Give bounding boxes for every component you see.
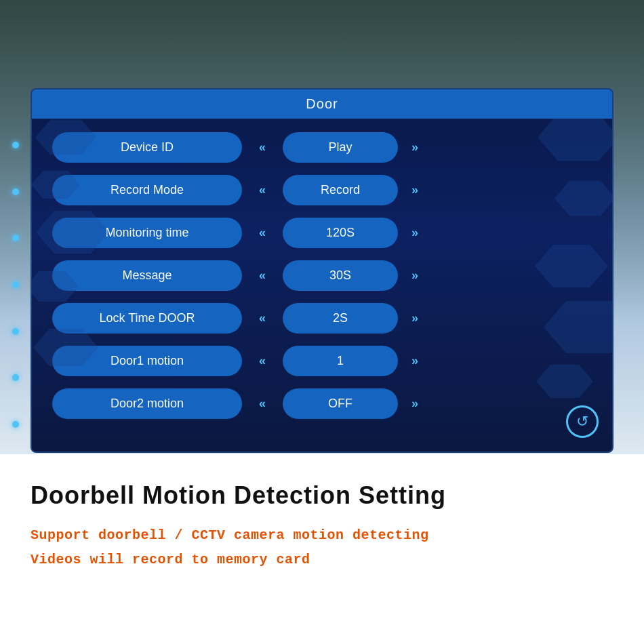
device-id-label[interactable]: Device ID	[52, 132, 242, 163]
setting-row-message: Message « 30S »	[52, 260, 592, 291]
message-label[interactable]: Message	[52, 260, 242, 291]
door1-motion-value[interactable]: 1	[283, 346, 398, 376]
right-chevron-6: »	[398, 397, 432, 411]
setting-row-device-id: Device ID « Play »	[52, 132, 592, 163]
panel-title: Door	[306, 96, 338, 111]
left-chevron-3: «	[242, 268, 283, 283]
refresh-icon: ↺	[576, 413, 588, 430]
left-chevron-4: «	[242, 311, 283, 325]
refresh-button[interactable]: ↺	[566, 405, 599, 438]
glow-dot	[12, 235, 19, 241]
monitoring-time-value[interactable]: 120S	[283, 218, 398, 248]
subtitle-line2: Videos will record to memory card	[31, 548, 613, 572]
main-panel: Door Device ID « Play »	[31, 88, 613, 453]
setting-row-record-mode: Record Mode « Record »	[52, 175, 592, 205]
glow-dot	[12, 421, 19, 428]
panel-wrapper: Door Device ID « Play »	[31, 88, 613, 453]
glow-dot	[12, 142, 19, 148]
subtitle-text: Support doorbell / CCTV camera motion de…	[31, 523, 613, 572]
message-value[interactable]: 30S	[283, 260, 398, 291]
left-chevron-1: «	[242, 183, 283, 197]
right-chevron-1: »	[398, 183, 432, 197]
setting-row-monitoring: Monitoring time « 120S »	[52, 218, 592, 248]
device-id-value[interactable]: Play	[283, 132, 398, 163]
lock-time-door-label[interactable]: Lock Time DOOR	[52, 303, 242, 334]
right-chevron-0: »	[398, 140, 432, 155]
setting-row-door2-motion: Door2 motion « OFF »	[52, 388, 592, 419]
glow-dot	[12, 328, 19, 335]
main-title: Doorbell Motion Detection Setting	[31, 481, 613, 510]
left-chevron-0: «	[242, 140, 283, 155]
right-chevron-2: »	[398, 226, 432, 240]
left-chevron-5: «	[242, 354, 283, 368]
panel-body: Device ID « Play » Record Mode « Record …	[32, 119, 612, 451]
door1-motion-label[interactable]: Door1 motion	[52, 346, 242, 376]
door2-motion-label[interactable]: Door2 motion	[52, 388, 242, 419]
right-chevron-4: »	[398, 311, 432, 325]
record-mode-value[interactable]: Record	[283, 175, 398, 205]
right-chevron-5: »	[398, 354, 432, 368]
panel-header: Door	[32, 89, 612, 119]
left-chevron-6: «	[242, 397, 283, 411]
right-chevron-3: »	[398, 268, 432, 283]
monitoring-time-label[interactable]: Monitoring time	[52, 218, 242, 248]
glow-dots-left	[0, 122, 31, 447]
setting-row-lock-time: Lock Time DOOR « 2S »	[52, 303, 592, 334]
lock-time-door-value[interactable]: 2S	[283, 303, 398, 334]
glow-dot	[12, 374, 19, 381]
subtitle-line1: Support doorbell / CCTV camera motion de…	[31, 523, 613, 548]
record-mode-label[interactable]: Record Mode	[52, 175, 242, 205]
bottom-section: Doorbell Motion Detection Setting Suppor…	[0, 454, 644, 644]
left-chevron-2: «	[242, 226, 283, 240]
door2-motion-value[interactable]: OFF	[283, 388, 398, 419]
glow-dot	[12, 281, 19, 288]
setting-row-door1-motion: Door1 motion « 1 »	[52, 346, 592, 376]
glow-dot	[12, 188, 19, 195]
